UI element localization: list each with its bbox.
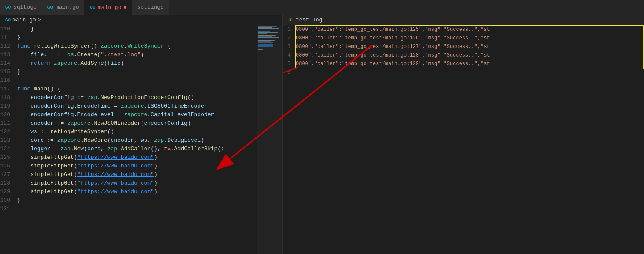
minimap-line bbox=[258, 28, 279, 29]
minimap-line bbox=[258, 35, 276, 36]
tab-settings[interactable]: settings bbox=[132, 0, 169, 15]
log-content[interactable]: 1 0800","caller":"temp_go_test/main.go:1… bbox=[283, 25, 644, 254]
list-item: 3 0800","caller":"temp_go_test/main.go:1… bbox=[283, 42, 644, 51]
minimap-line bbox=[258, 26, 277, 27]
tab-maingo-1-label: main.go bbox=[56, 4, 79, 10]
table-row: 124 logger = zap.New(core, zap.AddCaller… bbox=[0, 145, 257, 153]
tab-sqltogo[interactable]: GO sqltogo bbox=[0, 0, 42, 15]
minimap-line bbox=[258, 32, 278, 33]
minimap-line bbox=[258, 45, 273, 46]
minimap-line bbox=[258, 33, 267, 34]
log-header: 🖹 test.log bbox=[283, 15, 644, 25]
breadcrumb-path: ... bbox=[43, 17, 53, 23]
minimap-line bbox=[258, 27, 272, 28]
table-row: 110 } bbox=[0, 25, 257, 33]
svg-line-1 bbox=[283, 67, 298, 180]
editor-container: 110 } 111 } 112 func retLogWriteSyncer()… bbox=[0, 25, 282, 254]
list-item: 6 bbox=[283, 68, 644, 77]
minimap-line bbox=[258, 41, 271, 42]
code-lines: 110 } 111 } 112 func retLogWriteSyncer()… bbox=[0, 25, 257, 213]
table-row: 111 } bbox=[0, 33, 257, 42]
table-row: 117 func main() { bbox=[0, 85, 257, 93]
table-row: 120 encoderConfig.EncodeLevel = zapcore.… bbox=[0, 111, 257, 119]
breadcrumb-go-icon: GO bbox=[5, 18, 11, 23]
minimap-line bbox=[258, 48, 273, 48]
table-row: 114 return zapcore.AddSync(file) bbox=[0, 59, 257, 68]
breadcrumb: GO main.go > ... bbox=[0, 15, 282, 25]
tab-maingo-active-label: main.go bbox=[98, 4, 122, 11]
log-title: test.log bbox=[296, 17, 322, 23]
go-icon-2: GO bbox=[47, 5, 53, 10]
table-row: 131 bbox=[0, 205, 257, 213]
minimap-line bbox=[258, 36, 272, 37]
minimap-line bbox=[258, 42, 273, 43]
table-row: 129 simpleHttpGet("https://www.baidu.com… bbox=[0, 188, 257, 196]
tab-bar: GO sqltogo GO main.go GO main.go setting… bbox=[0, 0, 644, 15]
tab-maingo-active[interactable]: GO main.go bbox=[85, 0, 132, 15]
go-icon-3: GO bbox=[90, 5, 95, 10]
table-row: 126 simpleHttpGet("https://www.baidu.com… bbox=[0, 162, 257, 170]
table-row: 123 core := zapcore.NewCore(encoder, ws,… bbox=[0, 136, 257, 145]
table-row: 119 encoderConfig.EncodeTime = zapcore.I… bbox=[0, 102, 257, 111]
tab-sqltogo-label: sqltogo bbox=[13, 4, 37, 10]
minimap-line bbox=[258, 46, 273, 47]
minimap-line bbox=[258, 30, 275, 30]
tab-maingo-1[interactable]: GO main.go bbox=[42, 0, 85, 15]
tab-settings-label: settings bbox=[137, 4, 163, 10]
table-row: 122 ws := retLogWriteSyncer() bbox=[0, 128, 257, 136]
list-item: 2 0800","caller":"temp_go_test/main.go:1… bbox=[283, 34, 644, 42]
table-row: 116 bbox=[0, 76, 257, 85]
minimap-line bbox=[258, 40, 275, 41]
table-row: 127 simpleHttpGet("https://www.baidu.com… bbox=[0, 170, 257, 179]
minimap-line bbox=[258, 39, 277, 39]
table-row: 113 file, _ := os.Create("./test.log") bbox=[0, 51, 257, 59]
minimap[interactable] bbox=[257, 25, 282, 254]
list-item: 5 0800","caller":"temp_go_test/main.go:1… bbox=[283, 60, 644, 68]
breadcrumb-file: main.go bbox=[12, 17, 36, 23]
minimap-line bbox=[258, 37, 279, 38]
list-item: 4 0800","caller":"temp_go_test/main.go:1… bbox=[283, 51, 644, 60]
main-content: GO main.go > ... 110 } 111 } 112 bbox=[0, 15, 644, 254]
modified-dot bbox=[124, 6, 126, 9]
go-icon-1: GO bbox=[5, 5, 11, 10]
code-editor: GO main.go > ... 110 } 111 } 112 bbox=[0, 15, 282, 254]
table-row: 125 simpleHttpGet("https://www.baidu.com… bbox=[0, 153, 257, 162]
minimap-lines bbox=[257, 25, 282, 51]
minimap-line bbox=[258, 31, 270, 32]
table-row: 118 encoderConfig := zap.NewProductionEn… bbox=[0, 93, 257, 102]
log-panel: 🖹 test.log 1 0800","caller":"temp_go_tes… bbox=[282, 15, 644, 254]
table-row: 128 simpleHttpGet("https://www.baidu.com… bbox=[0, 179, 257, 188]
breadcrumb-sep: > bbox=[38, 17, 41, 23]
table-row: 112 func retLogWriteSyncer() zapcore.Wri… bbox=[0, 42, 257, 51]
log-lines: 1 0800","caller":"temp_go_test/main.go:1… bbox=[283, 25, 644, 77]
code-area[interactable]: 110 } 111 } 112 func retLogWriteSyncer()… bbox=[0, 25, 257, 254]
minimap-inner bbox=[257, 25, 282, 254]
log-file-icon: 🖹 bbox=[288, 17, 293, 23]
table-row: 121 encoder := zapcore.NewJSONEncoder(en… bbox=[0, 119, 257, 128]
table-row: 130 } bbox=[0, 196, 257, 205]
table-row: 115 } bbox=[0, 68, 257, 76]
minimap-line bbox=[258, 49, 263, 50]
minimap-line bbox=[258, 44, 273, 45]
list-item: 1 0800","caller":"temp_go_test/main.go:1… bbox=[283, 25, 644, 34]
